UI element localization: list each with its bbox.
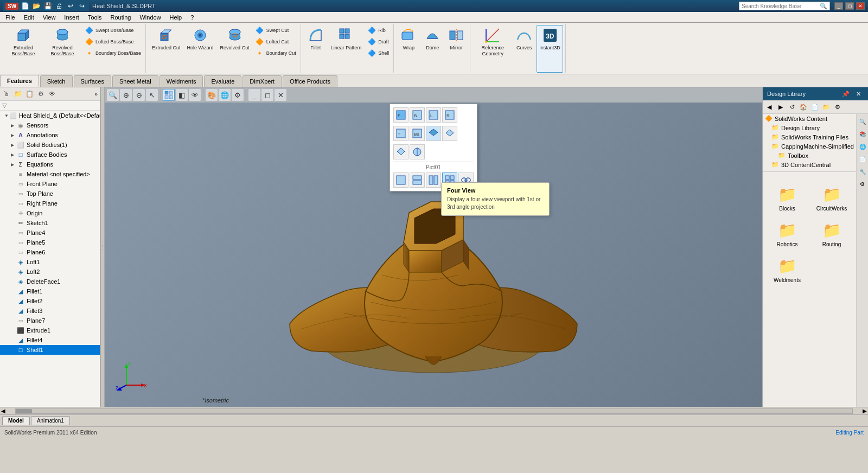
restore-btn[interactable]: ◻ — [845, 2, 854, 10]
viewport[interactable]: 🔍 ⊕ ⊖ ↖ ◧ 👁 🎨 🌐 ⚙ _ ◻ ✕ — [105, 87, 762, 407]
revolved-boss-base-btn[interactable]: Revolved Boss/Base — [43, 25, 81, 73]
qa-undo-btn[interactable]: ↩ — [66, 1, 75, 11]
menu-tools[interactable]: Tools — [84, 12, 106, 22]
tree-item-plane5[interactable]: ▭ Plane5 — [0, 238, 100, 247]
tree-item-sensors[interactable]: ▶ ◉ Sensors — [0, 120, 100, 130]
rp-folder-blocks[interactable]: 📁 Blocks — [767, 183, 807, 214]
bottom-tab-model[interactable]: Model — [2, 416, 30, 425]
linear-pattern-btn[interactable]: Linear Pattern — [328, 25, 365, 73]
reference-geometry-btn[interactable]: Reference Geometry — [474, 25, 512, 73]
rib-btn[interactable]: 🔷 Rib — [365, 25, 391, 36]
close-btn[interactable]: ✕ — [856, 2, 865, 10]
tab-office-products[interactable]: Office Products — [283, 75, 337, 87]
qa-open-btn[interactable]: 📂 — [31, 1, 41, 11]
rp-forward-btn[interactable]: ▶ — [775, 101, 786, 112]
tree-item-material[interactable]: ≡ Material <not specified> — [0, 169, 100, 179]
vp-appearance-btn[interactable]: 🎨 — [206, 89, 218, 101]
tree-item-annotations[interactable]: ▶ A Annotations — [0, 130, 100, 140]
tab-sheet-metal[interactable]: Sheet Metal — [112, 75, 158, 87]
vd-left-btn[interactable]: L — [426, 107, 441, 123]
minimize-btn[interactable]: _ — [834, 2, 843, 10]
tree-root-item[interactable]: ▼ ⬜ Heat Shield_& (Default<<Defau — [0, 111, 100, 120]
curves-btn[interactable]: Curves — [513, 25, 535, 73]
tab-sketch[interactable]: Sketch — [40, 75, 73, 87]
menu-help-icon[interactable]: ? — [186, 12, 198, 22]
rp-folder-robotics[interactable]: 📁 Robotics — [767, 219, 807, 250]
swept-boss-btn[interactable]: 🔷 Swept Boss/Base — [82, 25, 143, 36]
ft-config-btn[interactable]: ⚙ — [35, 88, 46, 99]
vd-front-btn[interactable]: F — [393, 107, 409, 123]
rp-close-panel-btn[interactable]: ✕ — [853, 88, 864, 99]
extruded-cut-btn[interactable]: Extruded Cut — [149, 25, 183, 73]
bottom-tab-animation1[interactable]: Animation1 — [31, 416, 70, 425]
rp-side-3d-btn[interactable]: 🌐 — [857, 141, 868, 152]
rp-tree-training[interactable]: 📁 SolidWorks Training Files — [763, 132, 856, 142]
vd-two-view-h-btn[interactable] — [410, 172, 425, 188]
vd-two-view-v-btn[interactable] — [426, 172, 441, 188]
qa-save-btn[interactable]: 💾 — [43, 1, 53, 11]
rp-back-btn[interactable]: ◀ — [764, 101, 775, 112]
rp-pin-btn[interactable]: 📌 — [840, 88, 851, 99]
shell-btn[interactable]: 🔷 Shell — [365, 48, 391, 59]
menu-routing[interactable]: Routing — [106, 12, 136, 22]
rp-tree-toolbox[interactable]: 📁 Toolbox — [763, 151, 856, 160]
vd-bottom-btn[interactable]: Bo — [410, 126, 425, 141]
vp-select-btn[interactable]: ↖ — [146, 89, 158, 101]
tree-item-fillet2[interactable]: ◢ Fillet2 — [0, 296, 100, 306]
scroll-thumb[interactable] — [16, 409, 32, 413]
vp-max-btn[interactable]: ◻ — [261, 89, 273, 101]
tree-item-origin[interactable]: ✛ Origin — [0, 208, 100, 218]
tree-item-extrude1[interactable]: ⬛ Extrude1 — [0, 325, 100, 335]
wrap-btn[interactable]: Wrap — [397, 25, 420, 73]
split-handle[interactable]: ⋮ — [100, 87, 105, 407]
ft-display-btn[interactable]: 👁 — [47, 88, 58, 99]
rp-side-lib-btn[interactable]: 📚 — [857, 129, 868, 139]
lofted-cut-btn[interactable]: 🔶 Lofted Cut — [253, 36, 298, 47]
tree-item-deleteface1[interactable]: ◈ DeleteFace1 — [0, 277, 100, 286]
rp-side-search-btn[interactable]: 🔍 — [857, 116, 868, 127]
revolved-cut-btn[interactable]: Revolved Cut — [218, 25, 252, 73]
menu-file[interactable]: File — [1, 12, 20, 22]
boundary-boss-btn[interactable]: 🔸 Boundary Boss/Base — [82, 48, 143, 59]
rp-add-file-btn[interactable]: 📄 — [809, 101, 820, 112]
search-input[interactable] — [742, 3, 818, 9]
rp-tree-design-library[interactable]: 📁 Design Library — [763, 123, 856, 132]
fillet-btn[interactable]: Fillet — [304, 25, 327, 73]
vd-iso-btn[interactable] — [426, 126, 441, 141]
lofted-boss-btn[interactable]: 🔶 Lofted Boss/Base — [82, 36, 143, 47]
vd-right-btn[interactable]: R — [442, 107, 457, 123]
qa-print-btn[interactable]: 🖨 — [54, 1, 64, 11]
vd-normal-btn[interactable] — [410, 144, 425, 159]
instant3d-btn[interactable]: 3D Instant3D — [537, 25, 563, 73]
vp-scene-btn[interactable]: 🌐 — [219, 89, 231, 101]
rp-home-btn[interactable]: 🏠 — [798, 101, 809, 112]
vd-tri-btn[interactable] — [442, 126, 457, 141]
boundary-cut-btn[interactable]: 🔸 Boundary Cut — [253, 48, 298, 59]
tree-item-front-plane[interactable]: ▭ Front Plane — [0, 179, 100, 189]
menu-view[interactable]: View — [39, 12, 60, 22]
ft-feature-btn[interactable]: 📁 — [12, 88, 23, 99]
vp-zoom-fit-btn[interactable]: 🔍 — [107, 89, 119, 101]
vp-min-btn[interactable]: _ — [248, 89, 260, 101]
menu-edit[interactable]: Edit — [20, 12, 39, 22]
vd-di-btn[interactable] — [393, 144, 409, 159]
ft-expand-btn[interactable]: » — [93, 90, 99, 98]
rp-add-folder-btn[interactable]: 📁 — [821, 101, 832, 112]
swept-cut-btn[interactable]: 🔷 Swept Cut — [253, 25, 298, 36]
menu-help[interactable]: Help — [165, 12, 187, 22]
vd-back-btn[interactable]: B — [410, 107, 425, 123]
vd-top-btn[interactable]: T — [393, 126, 409, 141]
tree-item-plane6[interactable]: ▭ Plane6 — [0, 247, 100, 257]
tree-item-equations[interactable]: ▶ Σ Equations — [0, 159, 100, 169]
qa-redo-btn[interactable]: ↪ — [77, 1, 87, 11]
search-box[interactable]: 🔍 — [739, 2, 830, 10]
scroll-left-btn[interactable]: ◀ — [0, 408, 7, 414]
qa-new-btn[interactable]: 📄 — [20, 1, 30, 11]
rp-folder-weldments[interactable]: 📁 Weldments — [767, 254, 807, 286]
tree-item-right-plane[interactable]: ▭ Right Plane — [0, 199, 100, 208]
tab-features[interactable]: Features — [0, 75, 39, 87]
scroll-track[interactable] — [15, 408, 853, 414]
tree-item-plane7[interactable]: ▭ Plane7 — [0, 316, 100, 325]
menu-window[interactable]: Window — [135, 12, 165, 22]
ft-property-btn[interactable]: 📋 — [24, 88, 35, 99]
